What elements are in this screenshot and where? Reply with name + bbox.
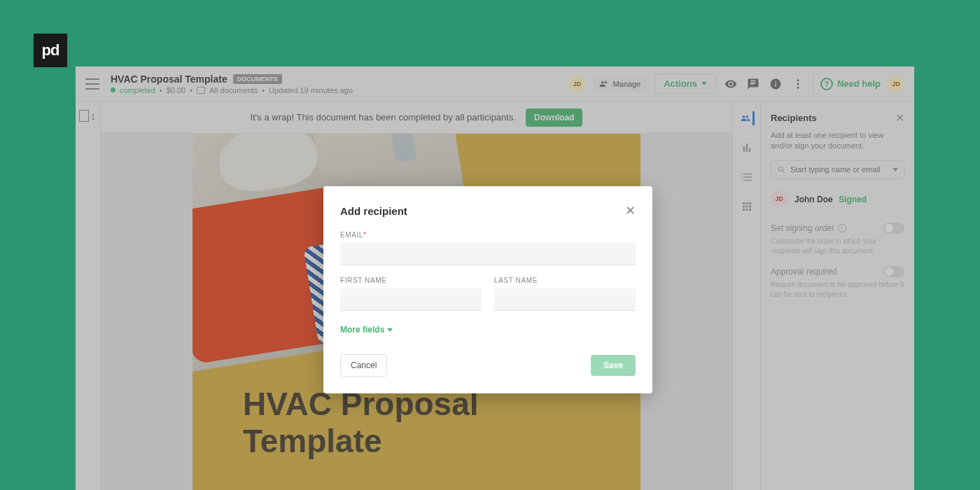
signing-order-toggle[interactable] xyxy=(883,223,904,234)
svg-point-0 xyxy=(797,79,799,81)
approval-desc: Require document to be approved before i… xyxy=(771,280,904,300)
info-icon[interactable] xyxy=(768,76,783,92)
svg-point-1 xyxy=(797,83,799,85)
approval-label: Approval required xyxy=(771,267,837,276)
documents-badge: DOCUMENTS xyxy=(233,74,282,84)
banner-text: It's a wrap! This document has been comp… xyxy=(251,112,516,122)
recipient-name: John Doe xyxy=(794,195,833,204)
approval-toggle[interactable] xyxy=(883,266,904,277)
actions-dropdown[interactable]: Actions xyxy=(654,74,716,94)
chevron-down-icon xyxy=(387,328,393,332)
status-dot-icon xyxy=(111,88,115,92)
cancel-button[interactable]: Cancel xyxy=(340,354,387,377)
people-icon xyxy=(599,79,609,89)
manage-button[interactable]: Manage xyxy=(592,76,648,92)
panel-title: Recipients xyxy=(771,113,817,123)
user-avatar[interactable]: JD xyxy=(888,76,904,92)
recipient-status: Signed xyxy=(839,195,867,204)
last-name-label: LAST NAME xyxy=(494,276,636,284)
tab-outline[interactable] xyxy=(740,170,754,184)
hamburger-menu-icon[interactable] xyxy=(85,78,99,90)
document-heading: HVAC Proposal Template xyxy=(243,386,479,460)
approval-setting: Approval required Require document to be… xyxy=(771,266,904,300)
signing-order-desc: Customize the order in which your recipi… xyxy=(771,237,904,256)
add-recipient-modal: Add recipient ✕ EMAIL* FIRST NAME LAST N… xyxy=(323,186,652,393)
first-name-input[interactable] xyxy=(340,288,482,311)
folder-crumb[interactable]: All documents xyxy=(209,86,258,94)
signing-order-label: Set signing order i xyxy=(771,223,846,233)
document-title: HVAC Proposal Template xyxy=(111,74,227,85)
title-area: HVAC Proposal Template DOCUMENTS complet… xyxy=(111,74,568,94)
svg-point-2 xyxy=(797,86,799,88)
recipient-avatar: JD xyxy=(771,190,788,207)
last-name-input[interactable] xyxy=(494,288,636,311)
pages-indicator[interactable]: 1 xyxy=(80,111,95,122)
info-icon[interactable]: i xyxy=(838,224,846,232)
recipient-search-input[interactable] xyxy=(790,165,888,174)
first-name-label: FIRST NAME xyxy=(340,276,482,284)
search-icon xyxy=(777,165,786,174)
panel-close-icon[interactable]: ✕ xyxy=(895,111,904,125)
tab-recipients[interactable] xyxy=(741,111,755,125)
download-button[interactable]: Download xyxy=(526,108,582,127)
visibility-icon[interactable] xyxy=(723,76,738,92)
updated-text: Updated 18 minutes ago xyxy=(269,86,353,94)
right-panel: Recipients ✕ Add at least one recipient … xyxy=(732,102,914,490)
email-label: EMAIL* xyxy=(340,231,636,239)
panel-subtitle: Add at least one recipient to view and/o… xyxy=(771,130,904,152)
price-text: $0.00 xyxy=(167,86,186,94)
brand-logo: pd xyxy=(34,34,67,67)
modal-title: Add recipient xyxy=(340,205,407,217)
email-input[interactable] xyxy=(340,243,636,265)
recipient-search[interactable] xyxy=(771,160,904,179)
divider xyxy=(813,76,813,92)
pages-icon xyxy=(80,111,89,122)
tab-analytics[interactable] xyxy=(740,141,754,155)
need-help-button[interactable]: ? Need help xyxy=(820,78,881,90)
save-button[interactable]: Save xyxy=(591,355,636,376)
folder-icon xyxy=(197,87,205,94)
signing-order-setting: Set signing order i Customize the order … xyxy=(771,223,904,256)
left-rail: 1 xyxy=(76,102,101,490)
modal-close-icon[interactable]: ✕ xyxy=(625,203,636,218)
chevron-down-icon xyxy=(892,168,898,172)
question-icon: ? xyxy=(820,78,833,90)
tab-apps[interactable] xyxy=(740,200,754,214)
recipient-item[interactable]: JD John Doe Signed xyxy=(771,190,904,207)
top-bar: HVAC Proposal Template DOCUMENTS complet… xyxy=(76,66,914,102)
panel-tabs xyxy=(733,102,761,490)
more-vertical-icon[interactable] xyxy=(790,76,806,92)
status-text: completed xyxy=(120,86,155,94)
more-fields-toggle[interactable]: More fields xyxy=(340,325,636,335)
comment-icon[interactable] xyxy=(746,76,761,92)
chevron-down-icon xyxy=(701,82,707,85)
header-avatar[interactable]: JD xyxy=(568,76,585,92)
completion-banner: It's a wrap! This document has been comp… xyxy=(101,102,732,134)
